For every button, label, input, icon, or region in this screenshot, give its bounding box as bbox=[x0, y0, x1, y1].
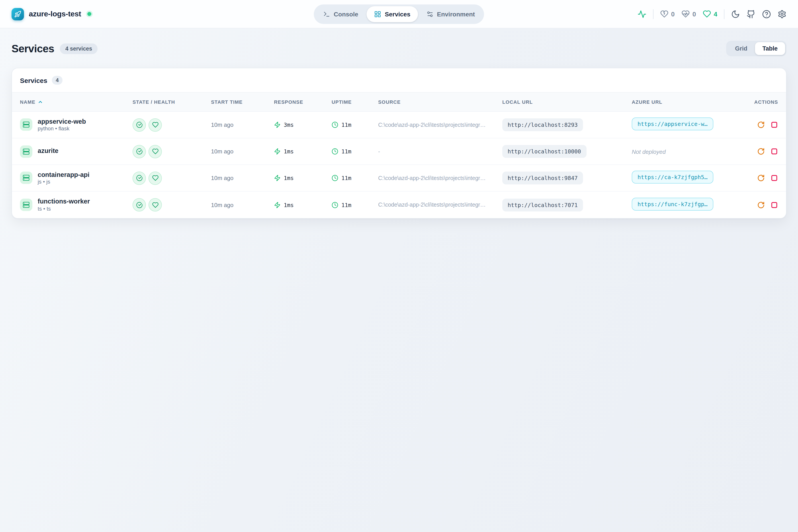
health-healthy-badge bbox=[149, 145, 162, 158]
card-header: Services 4 bbox=[12, 68, 786, 92]
top-header: azure-logs-test Console Services Environ… bbox=[0, 0, 798, 28]
stop-button[interactable] bbox=[771, 174, 778, 182]
service-name: appservice-web bbox=[38, 118, 86, 125]
stat-degraded: 0 bbox=[681, 10, 696, 18]
restart-button[interactable] bbox=[757, 148, 765, 155]
health-healthy-badge bbox=[149, 198, 162, 211]
start-time: 10m ago bbox=[211, 175, 274, 181]
services-card: Services 4 Name State / Health Start Tim… bbox=[12, 68, 786, 218]
response-cell: 1ms bbox=[274, 148, 331, 155]
column-azure-url[interactable]: Azure URL bbox=[632, 99, 726, 104]
stat-healthy: 4 bbox=[703, 10, 717, 18]
service-name-cell: containerapp-apijs • js bbox=[20, 171, 133, 185]
state-running-badge bbox=[133, 171, 146, 185]
tab-services[interactable]: Services bbox=[367, 6, 418, 22]
gear-icon bbox=[778, 10, 786, 18]
state-health-cell bbox=[133, 171, 211, 185]
uptime-cell: 11m bbox=[331, 148, 378, 155]
card-count-badge: 4 bbox=[52, 76, 62, 85]
stop-button[interactable] bbox=[771, 121, 778, 129]
table-row[interactable]: functions-workerts • ts 10m ago 1ms 11m … bbox=[12, 191, 786, 218]
service-name-cell: azurite bbox=[20, 145, 133, 158]
check-circle-icon bbox=[136, 121, 142, 128]
actions-cell bbox=[726, 148, 778, 155]
response-value: 1ms bbox=[284, 202, 294, 208]
view-toggle: Grid Table bbox=[726, 41, 786, 56]
table-row[interactable]: containerapp-apijs • js 10m ago 1ms 11m … bbox=[12, 165, 786, 191]
local-url-chip[interactable]: http://localhost:10000 bbox=[502, 145, 586, 158]
state-running-badge bbox=[133, 118, 146, 131]
github-link[interactable] bbox=[746, 10, 756, 18]
card-title: Services bbox=[20, 76, 47, 84]
table-row[interactable]: appservice-webpython • flask 10m ago 3ms… bbox=[12, 112, 786, 138]
settings-button[interactable] bbox=[778, 10, 786, 18]
dark-mode-toggle[interactable] bbox=[731, 10, 740, 18]
response-cell: 1ms bbox=[274, 175, 331, 181]
tab-console[interactable]: Console bbox=[316, 6, 366, 22]
help-button[interactable] bbox=[762, 10, 771, 18]
help-circle-icon bbox=[762, 10, 771, 18]
column-source[interactable]: Source bbox=[378, 99, 502, 104]
stop-button[interactable] bbox=[771, 148, 778, 155]
source-path: - bbox=[378, 148, 502, 154]
terminal-icon bbox=[323, 11, 330, 18]
column-start-time[interactable]: Start Time bbox=[211, 99, 274, 104]
heart-crack-icon bbox=[660, 10, 668, 18]
check-circle-icon bbox=[136, 148, 142, 155]
heart-pulse-icon bbox=[681, 10, 690, 18]
divider bbox=[653, 9, 653, 19]
azure-url-chip[interactable]: https://appservice-w… bbox=[632, 117, 713, 130]
clock-icon bbox=[331, 175, 338, 181]
table-row[interactable]: azurite 10m ago 1ms 11m - http://localho… bbox=[12, 138, 786, 165]
heart-icon bbox=[152, 148, 158, 155]
actions-cell bbox=[726, 121, 778, 129]
app-title: azure-logs-test bbox=[29, 10, 81, 18]
service-subtitle: ts • ts bbox=[38, 206, 90, 212]
clock-icon bbox=[331, 121, 338, 128]
actions-cell bbox=[726, 174, 778, 182]
local-url-chip[interactable]: http://localhost:7071 bbox=[502, 198, 583, 211]
activity-icon bbox=[638, 10, 646, 18]
zap-icon bbox=[274, 148, 281, 155]
service-name: functions-worker bbox=[38, 198, 90, 205]
azure-url-chip[interactable]: https://func-k7zjfgp… bbox=[632, 197, 713, 210]
check-circle-icon bbox=[136, 175, 142, 181]
server-icon bbox=[20, 145, 32, 158]
stop-square-icon bbox=[771, 174, 778, 182]
column-local-url[interactable]: Local URL bbox=[502, 99, 632, 104]
server-icon bbox=[20, 198, 32, 211]
response-cell: 1ms bbox=[274, 202, 331, 208]
zap-icon bbox=[274, 175, 281, 181]
heart-icon bbox=[152, 121, 158, 128]
health-healthy-badge bbox=[149, 118, 162, 131]
restart-button[interactable] bbox=[757, 174, 765, 182]
heart-icon bbox=[152, 175, 158, 181]
local-url-chip[interactable]: http://localhost:9847 bbox=[502, 172, 583, 185]
local-url-chip[interactable]: http://localhost:8293 bbox=[502, 118, 583, 131]
service-name-cell: appservice-webpython • flask bbox=[20, 118, 133, 132]
stop-square-icon bbox=[771, 201, 778, 209]
column-response[interactable]: Response bbox=[274, 99, 331, 104]
restart-icon bbox=[757, 201, 765, 209]
service-name: azurite bbox=[38, 147, 58, 154]
stop-button[interactable] bbox=[771, 201, 778, 209]
tab-environment[interactable]: Environment bbox=[419, 6, 482, 22]
response-value: 3ms bbox=[284, 121, 294, 128]
start-time: 10m ago bbox=[211, 202, 274, 208]
state-running-badge bbox=[133, 198, 146, 211]
column-name[interactable]: Name bbox=[20, 99, 133, 104]
service-subtitle: python • flask bbox=[38, 126, 86, 132]
column-uptime[interactable]: Uptime bbox=[331, 99, 378, 104]
start-time: 10m ago bbox=[211, 121, 274, 128]
azure-url-chip[interactable]: https://ca-k7zjfgph5… bbox=[632, 171, 713, 184]
github-icon bbox=[746, 10, 756, 18]
response-value: 1ms bbox=[284, 175, 294, 181]
grid-view-button[interactable]: Grid bbox=[727, 42, 755, 55]
uptime-cell: 11m bbox=[331, 175, 378, 181]
page-content: Services 4 services Grid Table Services … bbox=[0, 28, 798, 218]
table-view-button[interactable]: Table bbox=[755, 42, 785, 55]
restart-button[interactable] bbox=[757, 121, 765, 129]
column-state-health[interactable]: State / Health bbox=[133, 99, 211, 104]
heart-icon bbox=[152, 202, 158, 208]
restart-button[interactable] bbox=[757, 201, 765, 209]
